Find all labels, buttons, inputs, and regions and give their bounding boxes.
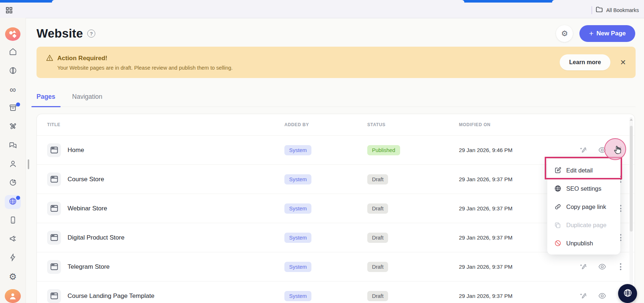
status-badge: Draft [367,291,388,301]
tab-navigation[interactable]: Navigation [72,93,103,106]
table-row[interactable]: Digital Product Store System Draft 29 Ja… [37,223,635,252]
browser-tab-shape [52,0,464,3]
globe-icon [623,288,633,299]
folder-icon [596,7,603,14]
home-icon [9,47,17,57]
lightning-icon [9,253,17,263]
unpublish-icon [554,240,561,247]
status-badge: Draft [367,203,388,214]
megaphone-icon [9,234,17,244]
learn-more-button[interactable]: Learn more [560,54,610,70]
website-floating-button[interactable] [618,284,637,303]
chat-icon [9,141,17,151]
plus-icon: + [589,29,593,38]
page-title: Website [37,27,83,40]
bookmarks-bar: All Bookmarks [0,3,644,18]
row-menu-kebab-icon[interactable] [616,263,625,270]
click-highlight-circle [604,138,626,160]
close-icon[interactable]: ✕ [620,59,626,66]
menu-item-copy-page-link[interactable]: Copy page link [547,198,620,216]
sidebar-item-mobile-app[interactable] [5,214,21,228]
sidebar-item-website[interactable] [5,195,21,209]
annotation-highlight-box [545,157,622,179]
edit-wand-icon[interactable] [579,263,588,271]
added-by-badge: System [284,233,311,243]
sidebar-item-messages[interactable] [5,139,21,153]
infinity-icon: ∞ [9,85,16,94]
all-bookmarks-label[interactable]: All Bookmarks [606,7,639,13]
tab-pages[interactable]: Pages [37,93,55,106]
modified-on: 29 Jan 2026, 9:37 PM [459,264,576,270]
phone-icon [9,216,17,226]
status-badge: Draft [367,174,388,184]
new-page-button[interactable]: + New Page [579,25,635,42]
sidebar-item-tools[interactable] [5,120,21,134]
sidebar-item-home[interactable] [5,46,21,59]
status-badge: Draft [367,262,388,272]
row-title: Digital Product Store [68,234,124,241]
table-row[interactable]: Webinar Store System Draft 29 Jan 2026, … [37,194,635,223]
added-by-badge: System [284,145,311,155]
pie-chart-icon [9,178,17,188]
page-icon [47,289,61,303]
menu-item-unpublish[interactable]: Unpublish [547,234,620,252]
table-row[interactable]: Telegram Store System Draft 29 Jan 2026,… [37,252,635,281]
sidebar-item-memberships[interactable]: ∞ [5,83,21,97]
row-title: Course Landing Page Template [68,292,154,300]
sidebar-item-contacts[interactable] [5,158,21,171]
page-settings-button[interactable]: ⚙ [556,25,573,42]
scrollbar-up-arrow[interactable] [630,119,633,121]
sidebar-item-analytics[interactable] [5,176,21,190]
column-title: TITLE [47,122,284,127]
status-badge: Draft [367,233,388,243]
edit-wand-icon[interactable] [579,146,588,155]
archive-icon [9,104,17,113]
preview-eye-icon[interactable] [598,263,606,271]
added-by-badge: System [284,262,311,272]
table-scrollbar[interactable] [629,117,633,301]
added-by-badge: System [284,203,311,214]
row-title: Telegram Store [68,263,110,271]
notification-dot [16,102,20,106]
table-row[interactable]: Course Landing Page Template System Draf… [37,281,635,303]
screen: All Bookmarks ∞ [0,0,644,303]
sidebar-item-marketing[interactable] [5,233,21,246]
modified-on: 29 Jan 2026, 9:37 PM [459,293,576,299]
user-avatar[interactable] [5,289,21,303]
apps-grid-icon[interactable] [5,6,14,15]
menu-item-seo-settings[interactable]: SEO settings [547,179,620,198]
notification-dot [16,196,20,200]
menu-item-duplicate-page[interactable]: Duplicate page [547,216,620,234]
tab-bar: Pages Navigation [37,87,636,107]
column-status: STATUS [367,122,459,127]
sidebar-item-courses[interactable] [5,64,21,78]
link-icon [554,203,561,211]
gear-icon: ⚙ [9,272,17,281]
help-icon[interactable]: ? [87,30,95,38]
preview-eye-icon[interactable] [598,292,606,300]
table-header: TITLE ADDED BY STATUS MODIFIED ON [37,114,635,135]
added-by-badge: System [284,291,311,301]
scrollbar-thumb[interactable] [630,126,633,232]
sidebar-item-automations[interactable] [5,251,21,265]
action-required-banner: Action Required! Your Website pages are … [37,47,636,78]
page-icon [47,231,61,245]
modified-on: 29 Jan 2026, 9:46 PM [459,147,576,153]
status-badge: Published [367,145,400,155]
row-title: Course Store [68,176,104,183]
warning-icon [46,54,53,63]
page-icon [47,143,61,157]
browser-window-edge [0,0,644,3]
edit-wand-icon[interactable] [579,292,588,300]
panel-drag-handle[interactable] [28,159,29,169]
banner-message: Your Website pages are in draft. Please … [57,65,233,71]
sidebar-item-settings[interactable]: ⚙ [5,270,21,284]
app-logo[interactable] [5,27,20,41]
gear-icon: ⚙ [561,29,568,38]
user-icon [9,160,17,170]
sidebar-item-store[interactable] [5,102,21,116]
column-modified-on: MODIFIED ON [459,122,576,127]
row-title: Webinar Store [68,205,107,212]
column-added-by: ADDED BY [284,122,367,127]
page-icon [47,260,61,274]
